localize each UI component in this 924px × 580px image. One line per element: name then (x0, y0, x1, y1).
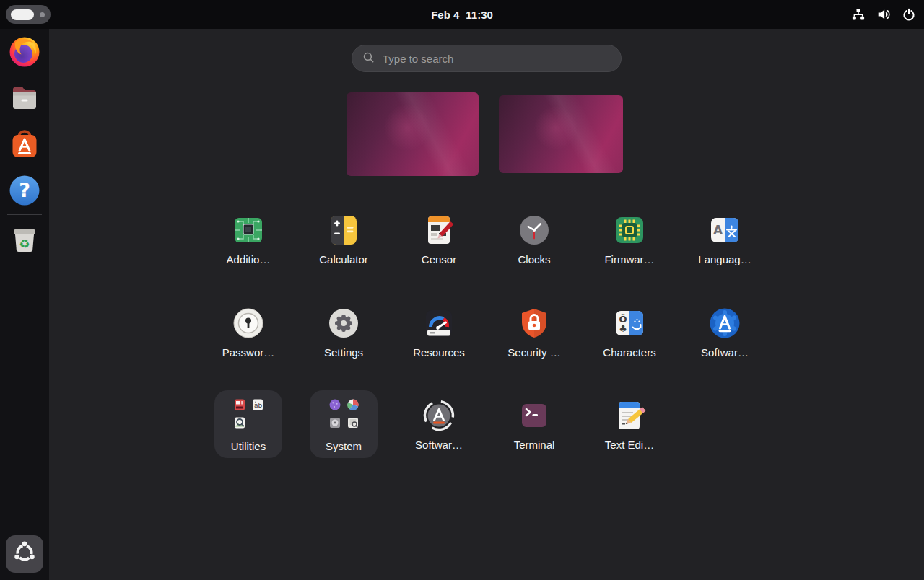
system-folder-tile: System (310, 390, 378, 458)
resources-icon (422, 306, 456, 340)
power-icon (902, 8, 915, 21)
app-label: Censor (422, 253, 456, 265)
search-input[interactable] (381, 52, 611, 66)
system-status-area[interactable] (852, 0, 915, 29)
app-characters[interactable]: Ö ♣ Characters (582, 306, 677, 359)
security-center-icon (517, 306, 552, 340)
censor-icon (422, 213, 456, 247)
app-clocks[interactable]: Clocks (487, 213, 582, 265)
workspace-thumbnail-1[interactable] (346, 92, 479, 176)
dock-item-files[interactable] (7, 81, 42, 115)
disks-icon (328, 416, 341, 429)
additional-drivers-icon (231, 213, 266, 247)
search-bar[interactable] (352, 45, 622, 72)
app-label: Languag… (698, 253, 751, 265)
top-bar: Feb 4 11:30 (0, 0, 924, 29)
app-label: Passwor… (222, 346, 275, 359)
text-editor-icon (612, 398, 647, 433)
show-apps-button[interactable] (6, 535, 43, 573)
app-label: Text Edi… (605, 439, 654, 451)
software-properties-icon (707, 306, 742, 340)
settings-globe-icon (328, 398, 341, 411)
app-label: Firmwar… (604, 253, 654, 265)
app-label: Settings (324, 346, 363, 359)
app-label: Softwar… (415, 439, 463, 451)
disk-usage-analyzer-icon (346, 398, 359, 411)
svg-text:♣: ♣ (619, 323, 627, 334)
app-label: Resources (413, 346, 465, 359)
folder-label: System (326, 440, 362, 452)
calculator-icon (326, 213, 361, 247)
clocks-icon (517, 213, 552, 247)
trash-icon: ♻ (7, 221, 42, 256)
app-grid: Additio… Calculato (201, 213, 778, 501)
dock-item-help[interactable]: ? (7, 173, 42, 208)
svg-text:ab: ab (253, 402, 262, 409)
app-grid-row-1: Additio… Calculato (201, 213, 772, 265)
app-censor[interactable]: Censor (391, 213, 487, 265)
language-support-icon: A (707, 213, 742, 247)
files-icon (7, 81, 42, 115)
folder-label: Utilities (231, 440, 266, 452)
dock-item-trash[interactable]: ♻ (7, 221, 42, 256)
firefox-icon (7, 35, 42, 69)
app-security-center[interactable]: Security … (487, 306, 582, 359)
dock: ? ♻ (0, 29, 49, 580)
font-viewer-icon (233, 398, 246, 411)
app-software-properties[interactable]: Softwar… (677, 306, 772, 359)
app-terminal[interactable]: Terminal (487, 390, 582, 458)
app-folder-utilities[interactable]: ab (201, 390, 296, 458)
app-firmware-updater[interactable]: Firmwar… (582, 213, 677, 265)
svg-text:A: A (713, 223, 723, 237)
logs-icon (346, 416, 359, 429)
app-text-editor[interactable]: Text Edi… (582, 390, 677, 458)
time-label: 11:30 (466, 9, 493, 21)
search-icon (362, 51, 375, 66)
software-updater-icon (422, 398, 456, 433)
character-map-icon: ab (251, 398, 264, 411)
app-label: Characters (603, 346, 655, 359)
app-resources[interactable]: Resources (391, 306, 487, 359)
image-viewer-icon (233, 416, 246, 429)
app-software-updater[interactable]: Softwar… (391, 390, 487, 458)
settings-icon (326, 306, 361, 340)
app-grid-row-2: Passwor… (201, 306, 772, 359)
app-calculator[interactable]: Calculator (296, 213, 391, 265)
app-label: Clocks (518, 253, 550, 265)
dock-separator (7, 214, 42, 215)
app-label: Softwar… (701, 346, 749, 359)
ubuntu-logo-icon (9, 537, 40, 571)
app-passwords[interactable]: Passwor… (201, 306, 296, 359)
app-settings[interactable]: Settings (296, 306, 391, 359)
terminal-icon (517, 398, 552, 433)
app-additional-drivers[interactable]: Additio… (201, 213, 296, 265)
app-label: Security … (507, 346, 560, 359)
date-label: Feb 4 (431, 9, 459, 21)
characters-icon: Ö ♣ (612, 306, 647, 340)
utilities-folder-preview: ab (233, 398, 264, 429)
svg-text:?: ? (19, 179, 30, 201)
firmware-updater-icon (612, 213, 647, 247)
app-folder-system[interactable]: System (296, 390, 391, 458)
dock-item-app-store[interactable] (7, 127, 42, 162)
app-label: Additio… (227, 253, 271, 265)
app-store-icon (7, 127, 42, 162)
app-label: Calculator (319, 253, 368, 265)
passwords-icon (231, 306, 266, 340)
clock-button[interactable]: Feb 4 11:30 (0, 0, 924, 29)
gnome-activities-overview: Feb 4 11:30 (0, 0, 924, 580)
help-icon: ? (7, 173, 42, 208)
svg-text:♻: ♻ (19, 237, 30, 251)
dock-item-firefox[interactable] (7, 35, 42, 69)
app-label: Terminal (514, 439, 555, 451)
app-grid-row-3: ab (201, 390, 677, 458)
network-icon (852, 8, 865, 21)
empty-slot (251, 416, 264, 429)
system-folder-preview (328, 398, 359, 429)
volume-icon (877, 8, 890, 21)
app-language-support[interactable]: A Languag… (677, 213, 772, 265)
overview-area: Additio… Calculato (49, 29, 924, 580)
workspace-thumbnail-2[interactable] (499, 95, 623, 173)
utilities-folder-tile: ab (214, 390, 282, 458)
